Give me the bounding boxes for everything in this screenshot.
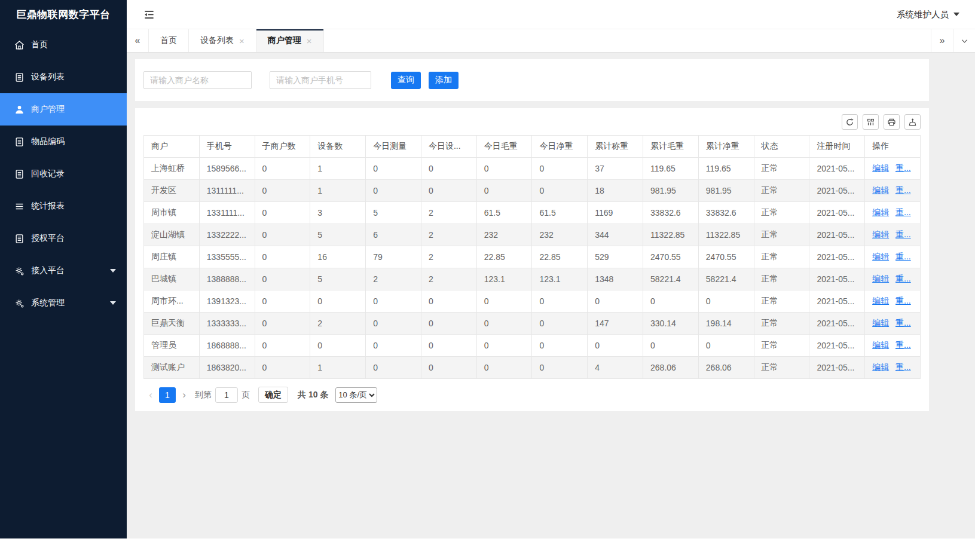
cell-sub-merchants: 0	[255, 158, 310, 180]
edit-link[interactable]: 编辑	[872, 318, 889, 328]
reset-link[interactable]: 重...	[895, 362, 911, 372]
column-header[interactable]: 今日毛重	[476, 136, 532, 158]
cell-actions: 编辑 重...	[865, 268, 921, 290]
cell-actions: 编辑 重...	[865, 313, 921, 335]
edit-link[interactable]: 编辑	[872, 163, 889, 173]
sidebar-item[interactable]: 首页	[0, 29, 127, 61]
reset-link[interactable]: 重...	[895, 318, 911, 328]
cell-devices: 3	[310, 202, 366, 224]
column-header[interactable]: 设备数	[310, 136, 366, 158]
sidebar-item[interactable]: 商户管理	[0, 93, 127, 126]
topbar: 系统维护人员	[127, 0, 975, 29]
toolbar-button[interactable]	[884, 114, 900, 130]
merchant-name-input[interactable]	[143, 71, 252, 89]
merchant-phone-input[interactable]	[270, 71, 371, 89]
toolbar-button[interactable]	[842, 114, 858, 130]
reset-link[interactable]: 重...	[895, 207, 911, 217]
column-header[interactable]: 今日测量	[366, 136, 421, 158]
column-header[interactable]: 累计净重	[698, 136, 754, 158]
cell-phone: 1311111...	[199, 180, 255, 202]
cell-devices: 1	[310, 158, 366, 180]
tabs-dropdown-button[interactable]	[953, 29, 975, 52]
tab-label: 设备列表	[200, 35, 234, 46]
tab-close-icon[interactable]: ×	[239, 36, 244, 46]
edit-link[interactable]: 编辑	[872, 207, 889, 217]
reset-link[interactable]: 重...	[895, 185, 911, 195]
sidebar-collapse-button[interactable]	[143, 9, 155, 20]
sidebar-item[interactable]: 接入平台	[0, 255, 127, 287]
cell-devices: 5	[310, 268, 366, 290]
sidebar-item[interactable]: 统计报表	[0, 190, 127, 222]
edit-link[interactable]: 编辑	[872, 296, 889, 305]
table-row: 巨鼎天衡 1333333... 0 2 0 0 0 0 147 330.14 1	[144, 313, 921, 335]
toolbar-button[interactable]	[863, 114, 879, 130]
user-menu[interactable]: 系统维护人员	[897, 9, 959, 20]
edit-link[interactable]: 编辑	[872, 185, 889, 195]
prev-page-button[interactable]: ‹	[143, 389, 158, 401]
tab[interactable]: 商户管理 ×	[256, 29, 324, 52]
app-root: 巨鼎物联网数字平台 首页 设备列表 商户管理	[0, 0, 975, 538]
edit-link[interactable]: 编辑	[872, 274, 889, 283]
column-header[interactable]: 手机号	[199, 136, 255, 158]
cell-sub-merchants: 0	[255, 202, 310, 224]
cell-total-gross: 2470.55	[643, 246, 699, 268]
toolbar-button[interactable]	[904, 114, 921, 130]
page-size-select[interactable]: 10 条/页	[335, 387, 377, 403]
cell-reg-time: 2021-05...	[809, 357, 865, 379]
query-button[interactable]: 查询	[391, 72, 421, 89]
tab[interactable]: 设备列表 ×	[189, 29, 256, 52]
cell-reg-time: 2021-05...	[809, 268, 865, 290]
confirm-page-button[interactable]: 确定	[258, 387, 288, 403]
reset-link[interactable]: 重...	[895, 296, 911, 305]
tab[interactable]: 首页 ×	[149, 29, 189, 52]
tabs-scroll-left-button[interactable]: «	[127, 29, 149, 52]
page-number-input[interactable]	[215, 387, 238, 403]
sidebar-item[interactable]: 设备列表	[0, 61, 127, 93]
cell-sub-merchants: 0	[255, 180, 310, 202]
edit-link[interactable]: 编辑	[872, 252, 889, 261]
cell-today-device: 2	[421, 224, 476, 246]
sidebar-item[interactable]: 系统管理	[0, 287, 127, 319]
edit-link[interactable]: 编辑	[872, 362, 889, 372]
reset-link[interactable]: 重...	[895, 163, 911, 173]
current-page-button[interactable]: 1	[159, 387, 176, 403]
column-header[interactable]: 子商户数	[255, 136, 310, 158]
pagination: ‹ 1 › 到第 页 确定 共 10 条 10 条/页	[143, 387, 921, 403]
edit-link[interactable]: 编辑	[872, 229, 889, 239]
column-header[interactable]: 状态	[754, 136, 809, 158]
column-header[interactable]: 商户	[144, 136, 200, 158]
reset-link[interactable]: 重...	[895, 340, 911, 350]
sidebar-item[interactable]: 物品编码	[0, 126, 127, 158]
cell-today-gross: 61.5	[476, 202, 532, 224]
tabs-scroll-right-button[interactable]: »	[931, 29, 953, 52]
table-row: 周市环... 1391323... 0 0 0 0 0 0 0 0 0	[144, 290, 921, 313]
content-area: 查询 添加	[127, 53, 975, 538]
cell-today-measure: 2	[366, 268, 421, 290]
cell-total-gross: 33832.6	[643, 202, 699, 224]
cell-total-net: 33832.6	[698, 202, 754, 224]
table-row: 巴城镇 1388888... 0 5 2 2 123.1 123.1 1348 …	[144, 268, 921, 290]
column-header[interactable]: 今日设...	[421, 136, 476, 158]
reset-link[interactable]: 重...	[895, 252, 911, 261]
next-page-button[interactable]: ›	[177, 389, 191, 401]
cell-today-device: 0	[421, 180, 476, 202]
column-header[interactable]: 今日净重	[532, 136, 588, 158]
cell-status: 正常	[754, 268, 809, 290]
cell-total-weigh: 1169	[588, 202, 643, 224]
cell-phone: 1863820...	[199, 357, 255, 379]
column-header[interactable]: 累计称重	[588, 136, 643, 158]
cell-today-net: 0	[532, 313, 588, 335]
column-header[interactable]: 累计毛重	[643, 136, 699, 158]
table-row: 开发区 1311111... 0 1 0 0 0 0 18 981.95 981	[144, 180, 921, 202]
edit-link[interactable]: 编辑	[872, 340, 889, 350]
column-header[interactable]: 操作	[865, 136, 921, 158]
tab-close-icon[interactable]: ×	[307, 36, 312, 46]
reset-link[interactable]: 重...	[895, 274, 911, 283]
add-button[interactable]: 添加	[429, 72, 459, 89]
reset-link[interactable]: 重...	[895, 229, 911, 239]
search-panel: 查询 添加	[135, 59, 929, 101]
column-header[interactable]: 注册时间	[809, 136, 865, 158]
cell-today-device: 0	[421, 357, 476, 379]
sidebar-item[interactable]: 授权平台	[0, 222, 127, 255]
sidebar-item[interactable]: 回收记录	[0, 158, 127, 190]
